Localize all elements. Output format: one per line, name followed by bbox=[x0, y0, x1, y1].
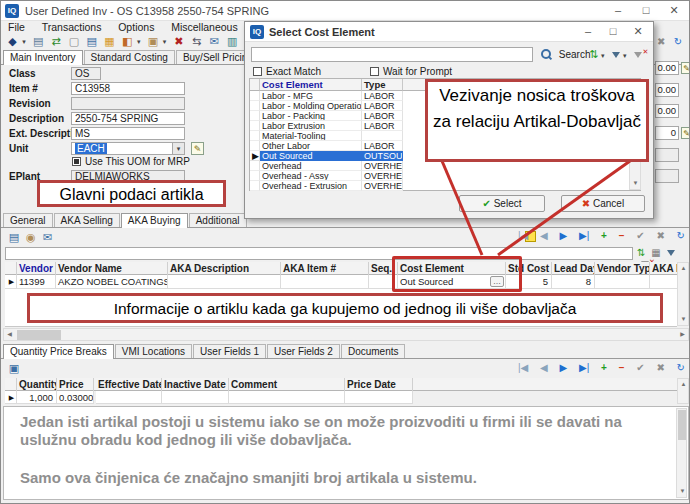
close-button[interactable]: ✕ bbox=[661, 1, 687, 20]
col-type[interactable]: Type bbox=[362, 79, 403, 91]
cost-field-3[interactable]: 0.00 bbox=[655, 104, 679, 118]
link-icon[interactable]: ⇆ bbox=[189, 34, 204, 49]
item-number-field[interactable]: C13958 bbox=[71, 82, 185, 95]
search-button[interactable]: Search bbox=[541, 48, 590, 60]
cancel-button[interactable]: ✖ Cancel bbox=[561, 195, 645, 212]
scroll-down-icon[interactable]: ▼ bbox=[630, 178, 641, 189]
cost-element-type[interactable]: LABOR bbox=[362, 111, 403, 121]
filter-icon[interactable] bbox=[667, 250, 675, 256]
tab-general[interactable]: General bbox=[3, 213, 53, 227]
cost-field-1[interactable]: 0.00 bbox=[655, 61, 679, 75]
cost-element-name[interactable]: Material-Tooling bbox=[260, 131, 362, 141]
cost-element-name[interactable]: Overhead bbox=[260, 161, 362, 171]
tab-standard-costing[interactable]: Standard Costing bbox=[84, 50, 175, 64]
col-lead-days[interactable]: Lead Days bbox=[552, 262, 595, 275]
cost-field-4[interactable]: 0 bbox=[655, 126, 679, 140]
refresh-icon[interactable]: ↻ bbox=[671, 34, 685, 49]
aka-horizontal-scrollbar[interactable]: ◀ ▶ bbox=[3, 328, 689, 341]
browse-icon[interactable]: ▣ bbox=[145, 34, 160, 49]
col-aka-ext[interactable]: AKA Ext bbox=[650, 262, 677, 275]
col-inactive-date[interactable]: Inactive Date bbox=[162, 378, 229, 391]
refresh-icon[interactable]: ↻ bbox=[677, 230, 685, 241]
cart-icon[interactable]: ✖ bbox=[171, 34, 186, 49]
col-vendor-name[interactable]: Vendor Name bbox=[56, 262, 168, 275]
cost-element-type[interactable]: LABOR bbox=[362, 101, 403, 111]
sort-icon[interactable]: ⇅ bbox=[637, 247, 645, 258]
list-item[interactable]: Overhead - ExtrusionOVERHEAD bbox=[250, 181, 630, 191]
cost-element-name[interactable]: Labor - MFG bbox=[260, 91, 362, 101]
tab-aka-selling[interactable]: AKA Selling bbox=[54, 213, 120, 227]
cell-vendor-name[interactable]: AKZO NOBEL COATINGS INC bbox=[56, 275, 168, 289]
cost-element-type[interactable] bbox=[362, 131, 403, 141]
cell-vendor-number[interactable]: 11399 bbox=[17, 275, 56, 289]
cell-aka-ext[interactable] bbox=[650, 275, 677, 289]
cost-element-type[interactable]: OUTSOURCE bbox=[362, 151, 403, 161]
tab-vmi-locations[interactable]: VMI Locations bbox=[115, 344, 192, 358]
cost-element-type[interactable]: OVERHEAD bbox=[362, 171, 403, 181]
cost-field-6[interactable] bbox=[655, 169, 679, 183]
new-doc-icon[interactable]: ▢ bbox=[66, 34, 81, 49]
col-vendor-number[interactable]: Vendor # bbox=[17, 262, 56, 275]
col-comment[interactable]: Comment bbox=[229, 378, 345, 391]
tab-user-fields-1[interactable]: User Fields 1 bbox=[193, 344, 266, 358]
mail-icon[interactable]: ✉ bbox=[207, 34, 222, 49]
tab-aka-buying[interactable]: AKA Buying bbox=[121, 213, 188, 228]
dialog-search-input[interactable] bbox=[251, 47, 533, 62]
list-item[interactable]: OverheadOVERHEAD bbox=[250, 161, 630, 171]
cancel-edit-icon[interactable]: ✖ bbox=[656, 362, 664, 373]
cost-field-2[interactable]: 0.00 bbox=[655, 83, 679, 97]
unit-combobox[interactable]: EACH ▾ bbox=[71, 142, 185, 155]
columns-icon[interactable]: ▦ bbox=[102, 34, 117, 49]
cost-element-type[interactable]: OVERHEAD bbox=[362, 161, 403, 171]
aka-vertical-scrollbar[interactable]: ▲ ▼ bbox=[677, 262, 689, 326]
cell-price-date[interactable] bbox=[345, 391, 413, 404]
select-button[interactable]: ✔ Select bbox=[459, 195, 545, 212]
delete-record-icon[interactable]: − bbox=[619, 362, 625, 373]
ext-description-field[interactable]: MS bbox=[71, 127, 185, 140]
col-effective-date[interactable]: Effective Date bbox=[96, 378, 162, 391]
col-aka-description[interactable]: AKA Description bbox=[168, 262, 281, 275]
scroll-up-icon[interactable]: ▲ bbox=[678, 263, 689, 274]
scroll-left-icon[interactable]: ◀ bbox=[4, 329, 15, 340]
cost-element-name[interactable]: Out Sourced bbox=[260, 151, 362, 161]
post-edit-icon[interactable]: ✔ bbox=[636, 230, 644, 241]
prev-record-icon[interactable]: ◀ bbox=[540, 230, 548, 241]
cost-element-type[interactable]: LABOR bbox=[362, 141, 403, 151]
dropdown-icon[interactable]: ▾ bbox=[135, 34, 143, 49]
minimize-button[interactable]: – bbox=[605, 1, 631, 20]
maximize-button[interactable]: □ bbox=[633, 1, 659, 20]
exit-icon[interactable]: ◧ bbox=[120, 34, 135, 49]
cost-field-5[interactable] bbox=[655, 148, 679, 162]
cell-vendor-type[interactable] bbox=[595, 275, 650, 289]
tab-quantity-price-breaks[interactable]: Quantity Price Breaks bbox=[3, 344, 114, 359]
cost-element-name[interactable]: Overhead - Extrusion bbox=[260, 181, 362, 191]
cancel-edit-icon[interactable]: ✖ bbox=[656, 230, 664, 241]
cost-element-type[interactable]: LABOR bbox=[362, 91, 403, 101]
menu-miscellaneous[interactable]: Miscellaneous bbox=[164, 21, 245, 34]
exact-match-checkbox[interactable] bbox=[253, 67, 262, 76]
first-record-icon[interactable]: |◀ bbox=[518, 230, 528, 241]
scrollbar-thumb[interactable] bbox=[17, 330, 61, 340]
dialog-minimize-button[interactable]: – bbox=[575, 22, 601, 41]
scroll-down-icon[interactable]: ▼ bbox=[677, 486, 688, 497]
cost-element-name[interactable]: Labor - Packing bbox=[260, 111, 362, 121]
first-record-icon[interactable]: |◀ bbox=[518, 362, 528, 373]
transfer-icon[interactable]: ⇄ bbox=[49, 34, 64, 49]
cell-aka-item[interactable] bbox=[281, 275, 369, 289]
sort-icon[interactable]: ⇅ bbox=[589, 48, 598, 60]
dropdown-icon[interactable]: ▾ bbox=[20, 34, 28, 49]
col-price-date[interactable]: Price Date bbox=[345, 378, 413, 391]
dropdown-icon[interactable]: ▾ bbox=[601, 52, 605, 59]
export-icon[interactable]: ▤ bbox=[7, 230, 21, 245]
dropdown-icon[interactable]: ▾ bbox=[160, 34, 168, 49]
cell-price[interactable]: 0.030000 bbox=[57, 391, 94, 404]
filter-icon[interactable] bbox=[612, 52, 620, 58]
class-field[interactable]: OS bbox=[71, 67, 101, 80]
menu-file[interactable]: File bbox=[1, 21, 32, 34]
cell-lead-days[interactable]: 8 bbox=[552, 275, 595, 289]
chevron-down-icon[interactable]: ▾ bbox=[172, 143, 184, 154]
cost-element-type[interactable]: LABOR bbox=[362, 121, 403, 131]
find-icon[interactable]: ◆ bbox=[5, 34, 20, 49]
next-record-icon[interactable]: ▶ bbox=[559, 230, 567, 241]
last-record-icon[interactable]: ▶| bbox=[579, 362, 589, 373]
